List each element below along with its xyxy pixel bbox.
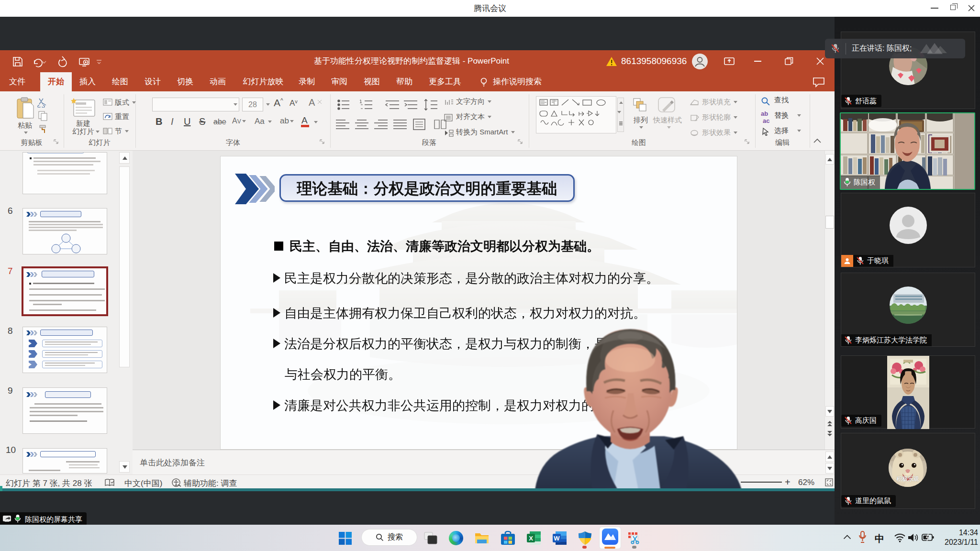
svg-text:积极乐观: 积极乐观 xyxy=(896,475,919,482)
svg-text:X: X xyxy=(529,535,533,542)
svg-text:W: W xyxy=(554,535,560,542)
